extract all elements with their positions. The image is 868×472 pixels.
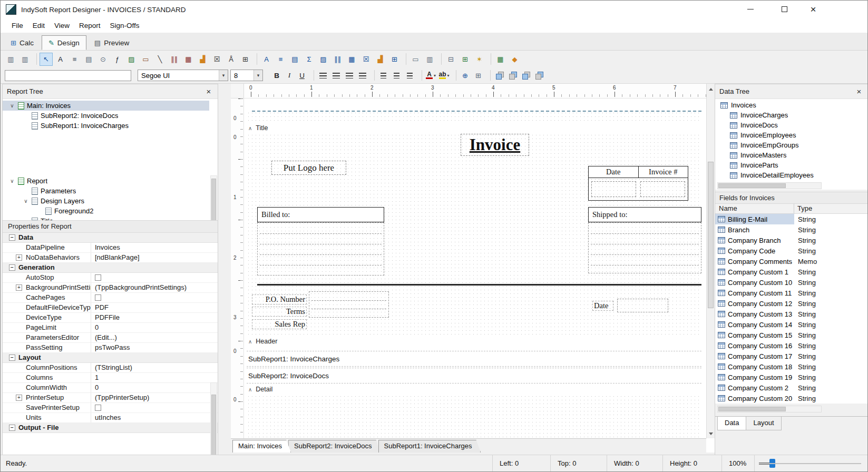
- wizard-button[interactable]: ✶: [473, 53, 486, 66]
- field-row[interactable]: Company Custom 20 String: [715, 393, 868, 404]
- chevron-expanded-icon[interactable]: [9, 103, 15, 109]
- theme-colors-button[interactable]: ◆: [508, 53, 521, 66]
- property-row[interactable]: BackgroundPrintSettin (TppBackgroundPrin…: [3, 283, 218, 293]
- bring-to-front-button[interactable]: [493, 70, 506, 82]
- db-memo-tool-button[interactable]: ≡: [274, 53, 287, 66]
- property-value[interactable]: [33, 233, 218, 242]
- scrollbar-thumb[interactable]: [211, 179, 216, 220]
- po-fields-box[interactable]: [309, 291, 389, 318]
- bold-button[interactable]: B: [270, 70, 283, 82]
- property-row[interactable]: NoDataBehaviors [ndBlankPage]: [3, 253, 218, 263]
- data-table-node[interactable]: InvoiceDocs: [715, 120, 868, 130]
- report-outline-toggle-button[interactable]: ▥: [4, 53, 17, 66]
- invoice-number-value-box[interactable]: [640, 181, 685, 197]
- invoice-number-header-cell[interactable]: Invoice #: [639, 166, 688, 178]
- field-row[interactable]: Company Custom 13 String: [715, 309, 868, 319]
- title-band-content[interactable]: Invoice Put Logo here Date Invoice # Bil…: [247, 133, 701, 336]
- zoom-slider[interactable]: [754, 455, 867, 471]
- subreport2-item[interactable]: SubReport2: InvoiceDocs: [247, 368, 701, 384]
- field-row[interactable]: Billing E-Mail String: [715, 214, 868, 224]
- page-top-area[interactable]: [247, 111, 701, 123]
- underline-button[interactable]: U: [296, 70, 308, 82]
- field-row[interactable]: Company Code String: [715, 245, 868, 256]
- property-row[interactable]: DeviceType PDFFile: [3, 313, 218, 323]
- db-barcode-tool-button[interactable]: ∥∥: [331, 53, 344, 66]
- dropdown-arrow-icon[interactable]: ▾: [219, 70, 228, 81]
- property-value[interactable]: [91, 293, 218, 302]
- terms-label[interactable]: Terms: [252, 307, 307, 317]
- align-top-button[interactable]: [377, 70, 390, 82]
- data-table-node[interactable]: InvoiceEmpGroups: [715, 140, 868, 150]
- db-checkbox-tool-button[interactable]: ☒: [359, 53, 373, 66]
- snap-to-grid-button[interactable]: ⊞: [472, 70, 485, 82]
- scrollbar-thumb[interactable]: [718, 407, 786, 411]
- close-button[interactable]: ×: [801, 1, 825, 17]
- subreport1-item[interactable]: SubReport1: InvoiceCharges: [247, 351, 701, 367]
- close-panel-button[interactable]: ×: [854, 87, 864, 96]
- band-detail[interactable]: ∧ Detail: [244, 384, 706, 395]
- data-table-node[interactable]: Invoices: [715, 100, 868, 110]
- align-center-button[interactable]: [329, 70, 343, 82]
- font-color-button[interactable]: A ▾: [424, 70, 437, 82]
- property-row[interactable]: ParametersEditor (Edit...): [3, 333, 218, 343]
- fields-hscrollbar[interactable]: [717, 406, 822, 412]
- view-tab[interactable]: ⊞ Calc: [4, 35, 41, 50]
- billed-to-header[interactable]: Billed to:: [257, 207, 384, 222]
- checkbox-icon[interactable]: [95, 274, 101, 281]
- scrollbar-thumb[interactable]: [708, 162, 714, 308]
- tree-node[interactable]: Foreground2: [3, 206, 209, 216]
- data-layout-tab[interactable]: Layout: [746, 417, 781, 430]
- richtext-tool-button[interactable]: ▤: [82, 53, 95, 66]
- barcode-tool-button[interactable]: ∥∥: [168, 53, 181, 66]
- menu-item[interactable]: View: [50, 19, 74, 32]
- field-row[interactable]: Company Custom 18 String: [715, 361, 868, 372]
- band-header[interactable]: ∧ Header: [244, 336, 706, 347]
- field-row[interactable]: Branch String: [715, 224, 868, 235]
- property-value[interactable]: 1: [91, 373, 218, 382]
- field-row[interactable]: Company Custom 11 String: [715, 288, 868, 298]
- checkbox-icon[interactable]: [95, 294, 101, 301]
- tree-node[interactable]: Parameters: [3, 186, 209, 196]
- font-family-select[interactable]: Segoe UI ▾: [138, 70, 228, 81]
- memo-tool-button[interactable]: ≡: [68, 53, 81, 66]
- tree-node[interactable]: Report: [3, 176, 209, 186]
- data-tree-hscrollbar[interactable]: [717, 182, 822, 189]
- italic-button[interactable]: I: [283, 70, 296, 82]
- property-value[interactable]: (TppPrinterSetup): [91, 393, 218, 402]
- quick-search-input[interactable]: [5, 70, 131, 81]
- property-value[interactable]: psTwoPass: [91, 343, 218, 352]
- property-value[interactable]: [91, 403, 218, 412]
- align-right-button[interactable]: [343, 70, 356, 82]
- field-row[interactable]: Company Custom 10 String: [715, 277, 868, 288]
- page-break-tool-button[interactable]: ⊟: [444, 53, 457, 66]
- property-value[interactable]: (TppBackgroundPrintSettings): [91, 283, 218, 292]
- tree-node[interactable]: Title: [3, 216, 209, 220]
- font-size-select[interactable]: 8 ▾: [230, 70, 263, 81]
- canvas-vertical-scrollbar[interactable]: [706, 84, 715, 438]
- field-row[interactable]: Company Custom 2 String: [715, 382, 868, 393]
- field-row[interactable]: Company Comments Memo: [715, 256, 868, 267]
- expand-icon[interactable]: [16, 395, 22, 401]
- db-barcode-2d-tool-button[interactable]: ▦: [345, 53, 358, 66]
- report-page-tab[interactable]: SubReport1: InvoiceCharges: [378, 440, 481, 453]
- crosstab-tool-button[interactable]: ⊞: [459, 53, 472, 66]
- property-value[interactable]: PDF: [91, 303, 218, 312]
- tree-node[interactable]: SubReport1: InvoiceCharges: [3, 121, 209, 131]
- scroll-up-icon[interactable]: [707, 84, 715, 93]
- report-page-tab[interactable]: Main: Invoices: [232, 440, 291, 453]
- property-value[interactable]: (Edit...): [91, 333, 218, 342]
- property-row[interactable]: ColumnWidth 0: [3, 383, 218, 393]
- property-value[interactable]: 0: [91, 383, 218, 392]
- property-value[interactable]: [59, 423, 218, 432]
- property-row[interactable]: CachePages: [3, 293, 218, 303]
- dropdown-arrow-icon[interactable]: ▾: [253, 70, 262, 81]
- date-header-cell[interactable]: Date: [589, 166, 639, 178]
- expand-icon[interactable]: [16, 254, 22, 261]
- date-field-box[interactable]: [617, 299, 668, 312]
- tree-node[interactable]: SubReport2: InvoiceDocs: [3, 111, 209, 121]
- db-calc-tool-button[interactable]: Σ: [303, 53, 316, 66]
- data-layout-tab[interactable]: Data: [717, 417, 746, 430]
- report-canvas[interactable]: ∧ Title Invoice Put Logo here Date Invoi…: [244, 99, 706, 438]
- menu-item[interactable]: Edit: [28, 19, 50, 32]
- db-richtext-tool-button[interactable]: ▤: [288, 53, 301, 66]
